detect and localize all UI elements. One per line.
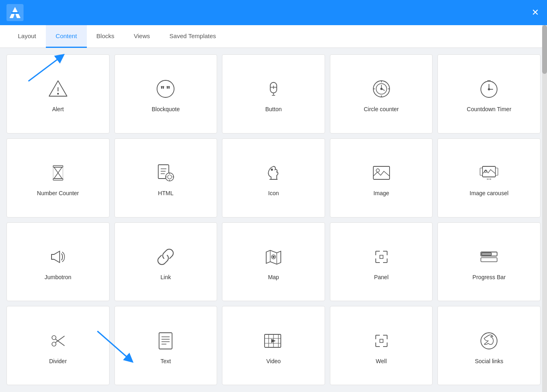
alert-icon [47, 78, 69, 100]
countdown-timer-icon [478, 78, 500, 100]
widget-html[interactable]: HTML [114, 138, 218, 218]
well-label: Well [376, 358, 387, 364]
svg-rect-48 [373, 166, 390, 179]
widget-alert[interactable]: Alert [6, 54, 110, 134]
widget-image[interactable]: Image [330, 138, 433, 218]
widget-divider[interactable]: Divider [6, 306, 110, 385]
image-label: Image [373, 190, 389, 196]
jumbotron-icon [47, 246, 69, 268]
app-header: ✕ [0, 0, 547, 25]
svg-point-49 [376, 169, 379, 172]
widget-jumbotron[interactable]: Jumbotron [6, 222, 110, 302]
alert-label: Alert [52, 106, 64, 112]
tab-blocks[interactable]: Blocks [87, 25, 124, 48]
nav-tabs: Layout Content Blocks Views Saved Templa… [0, 25, 547, 48]
text-icon [154, 330, 177, 352]
html-label: HTML [158, 190, 173, 196]
widget-text[interactable]: Text [114, 306, 218, 385]
button-label: Button [265, 106, 282, 112]
svg-point-10 [157, 80, 174, 97]
icon-widget-icon [262, 162, 285, 184]
svg-point-75 [52, 342, 56, 346]
panel-icon [370, 246, 393, 268]
progress-bar-icon [478, 246, 500, 268]
svg-line-76 [56, 339, 65, 346]
number-counter-label: Number Counter [37, 190, 79, 196]
jumbotron-label: Jumbotron [45, 274, 71, 280]
app-logo [6, 4, 24, 21]
widget-progress-bar[interactable]: Progress Bar [437, 222, 541, 302]
widget-image-carousel[interactable]: Image carousel [437, 138, 541, 218]
widget-button[interactable]: Button [222, 54, 325, 134]
widget-number-counter[interactable]: Number Counter [6, 138, 110, 218]
well-icon [370, 330, 393, 352]
svg-point-61 [273, 256, 274, 258]
widget-countdown-timer[interactable]: Countdown Timer [437, 54, 541, 134]
svg-point-9 [57, 93, 58, 95]
svg-rect-52 [495, 168, 498, 175]
circle-counter-icon [370, 78, 393, 100]
number-counter-icon [47, 162, 69, 184]
svg-rect-98 [380, 339, 383, 342]
tab-content[interactable]: Content [46, 25, 87, 48]
scrollbar-thumb[interactable] [542, 25, 547, 74]
widget-link[interactable]: Link [114, 222, 218, 302]
svg-rect-78 [159, 333, 172, 349]
circle-counter-label: Circle counter [364, 106, 398, 112]
svg-rect-70 [380, 255, 383, 258]
divider-label: Divider [49, 358, 67, 364]
svg-rect-72 [481, 258, 497, 262]
blockquote-icon: "" [154, 78, 177, 100]
progress-bar-label: Progress Bar [472, 274, 506, 280]
tab-saved-templates[interactable]: Saved Templates [160, 25, 226, 48]
widget-well[interactable]: Well [330, 306, 433, 385]
svg-text:": " [161, 84, 164, 94]
link-label: Link [161, 274, 171, 280]
widget-icon[interactable]: Icon [222, 138, 325, 218]
link-icon [154, 246, 177, 268]
tab-views[interactable]: Views [124, 25, 160, 48]
svg-rect-73 [482, 253, 491, 255]
image-icon [370, 162, 393, 184]
map-icon [262, 246, 285, 268]
divider-icon [47, 330, 69, 352]
video-icon [262, 330, 285, 352]
svg-text:": " [166, 84, 170, 94]
panel-label: Panel [374, 274, 389, 280]
widget-blockquote[interactable]: "" Blockquote [114, 54, 218, 134]
icon-label: Icon [268, 190, 279, 196]
widget-panel[interactable]: Panel [330, 222, 433, 302]
widget-social-links[interactable]: Social links [437, 306, 541, 385]
svg-point-74 [52, 336, 56, 340]
close-button[interactable]: ✕ [532, 8, 539, 17]
video-label: Video [266, 358, 281, 364]
svg-rect-6 [11, 12, 19, 14]
svg-line-77 [56, 336, 65, 342]
map-label: Map [268, 274, 279, 280]
svg-rect-51 [480, 168, 482, 175]
content-area: Alert "" Blockquote Button [0, 48, 547, 392]
widget-map[interactable]: Map [222, 222, 325, 302]
svg-point-30 [488, 88, 490, 90]
countdown-timer-label: Countdown Timer [467, 106, 511, 112]
svg-point-47 [271, 169, 273, 170]
image-carousel-label: Image carousel [469, 190, 508, 196]
widget-video[interactable]: Video [222, 306, 325, 385]
html-icon [154, 162, 177, 184]
widget-circle-counter[interactable]: Circle counter [330, 54, 433, 134]
svg-point-22 [381, 88, 382, 90]
text-label: Text [161, 358, 171, 364]
image-carousel-icon [478, 162, 500, 184]
blockquote-label: Blockquote [152, 106, 180, 112]
tab-layout[interactable]: Layout [8, 25, 46, 48]
button-icon [262, 78, 285, 100]
scrollbar-track[interactable] [542, 25, 547, 392]
social-links-label: Social links [475, 358, 503, 364]
social-links-icon [478, 330, 500, 352]
